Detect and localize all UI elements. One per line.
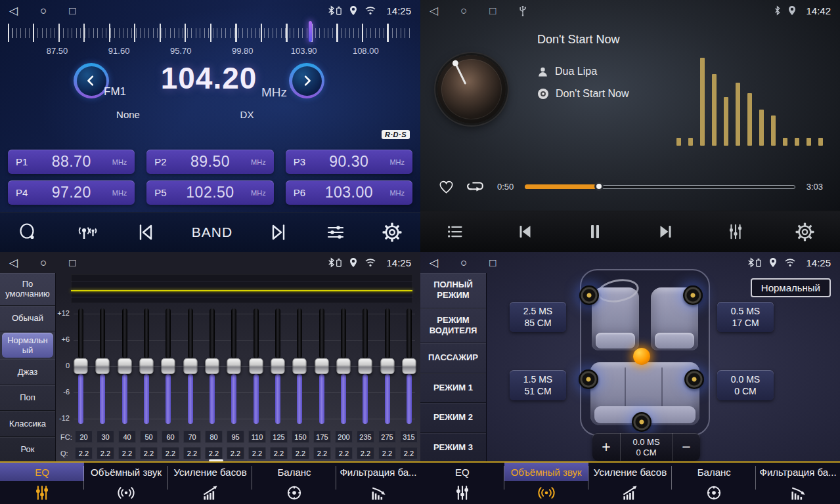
settings-gear-icon[interactable] (382, 222, 403, 243)
front-right-speaker-icon[interactable] (683, 285, 703, 305)
q-value-1[interactable]: 2.2 (97, 447, 114, 459)
previous-station-icon[interactable] (135, 222, 156, 243)
back-icon[interactable]: ◁ (430, 257, 438, 268)
mode-item-1[interactable]: РЕЖИМ ВОДИТЕЛЯ (420, 308, 486, 344)
next-track-icon[interactable] (655, 221, 676, 242)
eq-preset-0[interactable]: По умолчанию (0, 273, 55, 306)
eq-band-slider-125[interactable] (271, 308, 285, 424)
seek-knob[interactable] (594, 182, 604, 191)
preset-button-P4[interactable]: P497.20MHz (8, 180, 135, 205)
eq-preset-1[interactable]: Обычай (0, 306, 55, 331)
tuned-frequency-indicator[interactable] (309, 21, 312, 42)
eq-band-slider-200[interactable] (336, 308, 351, 424)
fc-value-15[interactable]: 315 (400, 430, 418, 443)
mode-item-5[interactable]: РЕЖИМ 3 (420, 433, 486, 463)
eq-band-slider-40[interactable] (118, 308, 132, 424)
equalizer-icon[interactable] (726, 222, 745, 242)
preset-button-P3[interactable]: P390.30MHz (286, 150, 412, 174)
eq-band-slider-150[interactable] (292, 308, 307, 424)
back-icon[interactable]: ◁ (430, 5, 438, 16)
recents-icon[interactable]: □ (489, 257, 496, 268)
listening-position-marker[interactable] (633, 348, 650, 365)
fc-value-12[interactable]: 200 (335, 430, 353, 443)
favorite-heart-icon[interactable] (437, 178, 455, 195)
slider-thumb[interactable] (139, 358, 153, 374)
broadcast-icon[interactable] (74, 222, 99, 243)
slider-thumb[interactable] (162, 358, 175, 374)
slider-thumb[interactable] (249, 358, 263, 374)
next-station-icon[interactable] (268, 222, 289, 243)
fc-value-0[interactable]: 20 (75, 430, 93, 443)
eq-band-slider-20[interactable] (74, 308, 88, 424)
previous-track-icon[interactable] (514, 221, 535, 242)
q-value-8[interactable]: 2.2 (248, 447, 266, 459)
rear-right-delay-button[interactable]: 0.0 MS 0 CM (717, 370, 774, 400)
eq-preset-2[interactable]: Нормальный (2, 333, 53, 358)
scan-search-icon[interactable] (18, 222, 39, 243)
tab-balance[interactable]: Баланс (252, 463, 336, 504)
back-icon[interactable]: ◁ (9, 257, 18, 268)
eq-band-slider-60[interactable] (161, 308, 175, 424)
fc-value-9[interactable]: 125 (270, 430, 288, 443)
preset-button-P1[interactable]: P188.70MHz (8, 150, 135, 174)
band-button[interactable]: BAND (192, 224, 232, 240)
slider-thumb[interactable] (402, 358, 416, 374)
home-icon[interactable]: ○ (460, 257, 467, 268)
slider-thumb[interactable] (74, 358, 88, 374)
fc-value-5[interactable]: 70 (183, 430, 201, 443)
audio-settings-icon[interactable] (325, 222, 346, 243)
album-art[interactable] (437, 55, 506, 123)
tab-eq[interactable]: EQ (0, 463, 84, 504)
preset-button-P2[interactable]: P289.50MHz (146, 150, 273, 174)
repeat-icon[interactable] (466, 178, 486, 195)
front-right-delay-button[interactable]: 0.5 MS 17 CM (717, 302, 774, 332)
slider-thumb[interactable] (205, 358, 219, 374)
slider-thumb[interactable] (227, 358, 241, 374)
eq-band-slider-30[interactable] (95, 308, 110, 424)
slider-thumb[interactable] (183, 358, 197, 374)
eq-band-slider-95[interactable] (227, 308, 241, 424)
eq-band-slider-70[interactable] (183, 308, 198, 424)
q-value-10[interactable]: 2.2 (292, 447, 309, 459)
preset-button-P5[interactable]: P5102.50MHz (146, 180, 273, 205)
mode-item-3[interactable]: РЕЖИМ 1 (420, 373, 486, 404)
frequency-scale[interactable]: 87.5091.6095.7099.80103.90108.00 (0, 21, 420, 58)
q-value-6[interactable]: 2.2 (205, 447, 223, 459)
eq-band-slider-50[interactable] (139, 308, 154, 424)
slider-thumb[interactable] (271, 358, 284, 374)
fc-value-2[interactable]: 40 (118, 430, 136, 443)
q-value-15[interactable]: 2.2 (400, 447, 418, 459)
seek-bar[interactable] (525, 182, 795, 191)
fc-value-8[interactable]: 110 (248, 430, 266, 443)
eq-band-slider-110[interactable] (249, 308, 263, 424)
tab-surround-sound[interactable]: Объёмный звук (504, 463, 588, 504)
q-value-4[interactable]: 2.2 (162, 447, 179, 459)
slider-thumb[interactable] (118, 358, 131, 374)
fc-value-3[interactable]: 50 (140, 430, 158, 443)
eq-preset-3[interactable]: Джаз (0, 359, 55, 385)
increase-delay-button[interactable]: + (592, 433, 620, 461)
mode-item-4[interactable]: РЕЖИМ 2 (420, 403, 486, 433)
mode-item-2[interactable]: ПАССАЖИР (420, 343, 486, 373)
fc-value-4[interactable]: 60 (162, 430, 179, 443)
recents-icon[interactable]: □ (69, 5, 76, 16)
fc-value-10[interactable]: 150 (292, 430, 309, 443)
eq-preset-4[interactable]: Поп (0, 385, 55, 411)
slider-thumb[interactable] (293, 358, 307, 374)
fc-value-13[interactable]: 235 (357, 430, 374, 443)
q-value-7[interactable]: 2.2 (227, 447, 244, 459)
tab-eq[interactable]: EQ (420, 463, 504, 504)
q-value-12[interactable]: 2.2 (335, 447, 353, 459)
slider-thumb[interactable] (359, 358, 372, 374)
back-icon[interactable]: ◁ (9, 5, 18, 16)
eq-band-slider-175[interactable] (315, 308, 329, 424)
slider-thumb[interactable] (336, 358, 350, 374)
q-value-11[interactable]: 2.2 (313, 447, 331, 459)
home-icon[interactable]: ○ (40, 5, 47, 16)
fc-value-11[interactable]: 175 (313, 430, 331, 443)
fc-value-1[interactable]: 30 (97, 430, 114, 443)
home-icon[interactable]: ○ (460, 5, 467, 16)
tab-filter[interactable]: Фильтрация ба... (756, 463, 840, 504)
recents-icon[interactable]: □ (69, 257, 76, 268)
eq-band-slider-80[interactable] (205, 308, 219, 424)
